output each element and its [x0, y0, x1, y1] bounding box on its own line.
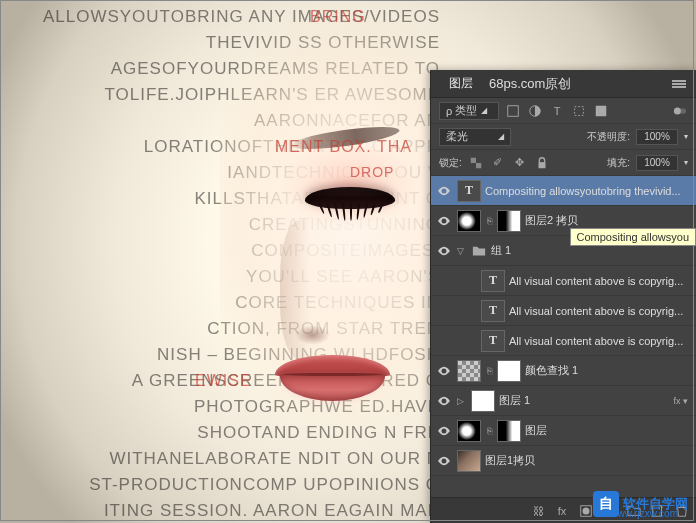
fx-toggle[interactable]: ▷ [457, 396, 467, 406]
mask-thumb [497, 420, 521, 442]
layer-name[interactable]: All visual content above is copyrig... [509, 335, 692, 347]
layer-thumb [457, 210, 481, 232]
text-layer-thumb: T [481, 330, 505, 352]
watermark-url: www.rjzxw.com [610, 508, 678, 519]
layer-mask-icon[interactable] [578, 503, 594, 519]
folder-icon [471, 243, 487, 259]
text-layer-thumb: T [481, 300, 505, 322]
layer-row[interactable]: T Compositing allowsyoutobring thevivid.… [431, 176, 696, 206]
link-icon[interactable]: ⎘ [485, 426, 493, 436]
layer-name[interactable]: All visual content above is copyrig... [509, 305, 692, 317]
layer-row[interactable]: T All visual content above is copyrig... [431, 296, 696, 326]
layer-row[interactable]: T All visual content above is copyrig... [431, 326, 696, 356]
filter-row: ρ 类型◢ T [431, 98, 696, 124]
red-overlay-text: BRING [310, 8, 366, 26]
link-icon[interactable]: ⎘ [485, 216, 493, 226]
layer-name[interactable]: 图层 [525, 423, 692, 438]
bg-line: ITING SESSION. AARON EAGAIN MAK [0, 498, 440, 523]
folder-toggle[interactable]: ▽ [457, 246, 467, 256]
layer-fx-icon[interactable]: fx [554, 503, 570, 519]
layer-name[interactable]: 图层1拷贝 [485, 453, 692, 468]
layer-name[interactable]: 图层2 拷贝 [525, 213, 692, 228]
svg-rect-6 [471, 157, 476, 162]
red-overlay-text: DROP [350, 164, 394, 180]
visibility-toggle[interactable] [435, 182, 453, 200]
svg-point-5 [674, 107, 681, 114]
visibility-toggle[interactable] [435, 422, 453, 440]
layer-row[interactable]: 图层1拷贝 [431, 446, 696, 476]
layer-row[interactable]: T All visual content above is copyrig... [431, 266, 696, 296]
visibility-toggle[interactable] [435, 212, 453, 230]
text-layer-thumb: T [481, 270, 505, 292]
layer-thumb [457, 450, 481, 472]
red-overlay-text: EWISE [195, 372, 252, 390]
link-icon[interactable]: ⎘ [485, 366, 493, 376]
lock-label: 锁定: [439, 156, 462, 170]
visibility-toggle[interactable] [459, 272, 477, 290]
layer-name[interactable]: All visual content above is copyrig... [509, 275, 692, 287]
red-overlay-text: MENT BOX. THA [275, 138, 412, 156]
filter-text-icon[interactable]: T [549, 103, 565, 119]
visibility-toggle[interactable] [459, 332, 477, 350]
svg-rect-0 [508, 105, 519, 116]
watermark: 自 软件自学网 www.rjzxw.com [593, 491, 688, 517]
panel-menu-button[interactable] [672, 79, 686, 89]
text-layer-thumb: T [457, 180, 481, 202]
visibility-toggle[interactable] [435, 452, 453, 470]
visibility-toggle[interactable] [435, 242, 453, 260]
layer-filter-dropdown[interactable]: ρ 类型◢ [439, 102, 499, 120]
layers-list[interactable]: T Compositing allowsyoutobring thevivid.… [431, 176, 696, 496]
panel-title: 68ps.com原创 [489, 75, 571, 93]
lock-paint-icon[interactable]: ✐ [490, 155, 506, 171]
filter-pixel-icon[interactable] [505, 103, 521, 119]
mask-thumb [497, 360, 521, 382]
svg-point-10 [583, 507, 590, 514]
panel-header: 图层 68ps.com原创 [431, 70, 696, 98]
layers-tab[interactable]: 图层 [441, 75, 481, 92]
svg-rect-8 [538, 162, 545, 168]
lock-transparency-icon[interactable] [468, 155, 484, 171]
fill-label: 填充: [607, 156, 630, 170]
fx-badge[interactable]: fx ▾ [673, 396, 688, 406]
layer-thumb [471, 390, 495, 412]
visibility-toggle[interactable] [435, 392, 453, 410]
layer-row[interactable]: ⎘ 颜色查找 1 [431, 356, 696, 386]
filter-shape-icon[interactable] [571, 103, 587, 119]
svg-rect-3 [596, 105, 607, 116]
layer-row[interactable]: ⎘ 图层 [431, 416, 696, 446]
opacity-input[interactable]: 100% [636, 129, 678, 145]
layer-tooltip: Compositing allowsyou [570, 228, 697, 246]
visibility-toggle[interactable] [459, 302, 477, 320]
blend-row: 柔光◢ 不透明度: 100% ▾ [431, 124, 696, 150]
filter-adjust-icon[interactable] [527, 103, 543, 119]
visibility-toggle[interactable] [435, 362, 453, 380]
layer-thumb [457, 420, 481, 442]
lock-row: 锁定: ✐ ✥ 填充: 100% ▾ [431, 150, 696, 176]
layer-name[interactable]: Compositing allowsyoutobring thevivid... [485, 185, 692, 197]
adjust-thumb [457, 360, 481, 382]
layer-name[interactable]: 颜色查找 1 [525, 363, 692, 378]
layer-row[interactable]: ▷ 图层 1 fx ▾ [431, 386, 696, 416]
link-layers-icon[interactable]: ⛓ [530, 503, 546, 519]
opacity-label: 不透明度: [587, 130, 630, 144]
mask-thumb [497, 210, 521, 232]
lock-all-icon[interactable] [534, 155, 550, 171]
svg-rect-2 [575, 106, 584, 115]
svg-rect-7 [476, 163, 481, 168]
filter-smart-icon[interactable] [593, 103, 609, 119]
layer-name[interactable]: 图层 1 [499, 393, 669, 408]
blend-mode-dropdown[interactable]: 柔光◢ [439, 128, 511, 146]
layers-panel: 图层 68ps.com原创 ρ 类型◢ T 柔光◢ 不透明度: 100% ▾ 锁… [430, 70, 696, 523]
lock-position-icon[interactable]: ✥ [512, 155, 528, 171]
fill-input[interactable]: 100% [636, 155, 678, 171]
filter-toggle[interactable] [672, 103, 688, 119]
